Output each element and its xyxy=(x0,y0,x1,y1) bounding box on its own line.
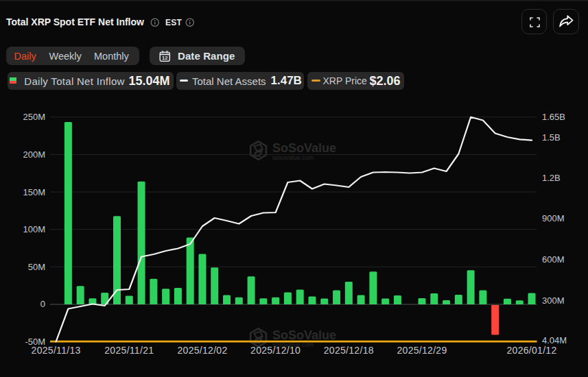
svg-text:2025/12/02: 2025/12/02 xyxy=(177,345,227,356)
svg-text:150M: 150M xyxy=(23,187,45,197)
svg-text:600M: 600M xyxy=(542,254,565,265)
svg-text:0: 0 xyxy=(40,299,45,309)
svg-text:4.04M: 4.04M xyxy=(542,335,567,345)
svg-text:50M: 50M xyxy=(28,262,45,272)
svg-text:2025/12/10: 2025/12/10 xyxy=(250,345,301,356)
svg-text:1.5B: 1.5B xyxy=(542,132,561,143)
svg-text:SoSoValue: SoSoValue xyxy=(272,328,336,342)
svg-text:1.2B: 1.2B xyxy=(542,173,561,183)
svg-text:2025/12/18: 2025/12/18 xyxy=(324,345,374,356)
svg-text:sosovalue.com: sosovalue.com xyxy=(272,154,314,161)
svg-text:300M: 300M xyxy=(542,295,565,306)
svg-text:900M: 900M xyxy=(542,213,565,223)
svg-text:2026/01/12: 2026/01/12 xyxy=(506,345,556,356)
svg-text:SoSoValue: SoSoValue xyxy=(272,141,336,155)
svg-text:250M: 250M xyxy=(23,112,45,122)
svg-text:100M: 100M xyxy=(23,224,45,234)
svg-text:200M: 200M xyxy=(23,149,45,160)
svg-text:2025/12/29: 2025/12/29 xyxy=(397,345,447,356)
svg-text:2025/11/21: 2025/11/21 xyxy=(104,345,154,356)
svg-text:1.65B: 1.65B xyxy=(542,112,565,122)
svg-text:2025/11/13: 2025/11/13 xyxy=(32,345,81,356)
